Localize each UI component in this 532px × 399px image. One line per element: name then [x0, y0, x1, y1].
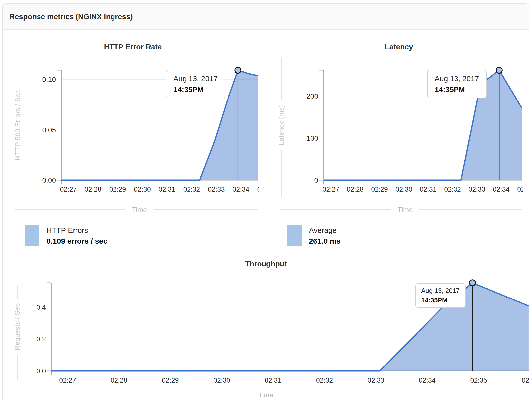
- x-tick-label: 02:29: [162, 377, 179, 384]
- y-tick-label: 200: [306, 92, 318, 100]
- y-tick-label: 0.00: [42, 176, 56, 184]
- x-tick-label: 02:34: [419, 377, 436, 384]
- x-axis-title: Time: [132, 206, 147, 214]
- x-axis-title: Time: [397, 206, 413, 214]
- chart-title-throughput: Throughput: [0, 260, 532, 268]
- x-tick-label: 02:27: [59, 377, 76, 384]
- x-tick-label: 02:29: [371, 186, 388, 193]
- y-tick-label: 0: [314, 176, 318, 184]
- y-tick-label: 0.0: [36, 367, 46, 375]
- panel-header: Response metrics (NGINX Ingress): [3, 4, 529, 30]
- legend-average: Average 261.0 ms: [287, 225, 341, 247]
- x-axis-title: Time: [258, 391, 273, 399]
- hover-marker: [235, 67, 241, 73]
- x-tick-label: 02:30: [395, 186, 412, 193]
- panel-title: Response metrics (NGINX Ingress): [9, 12, 133, 21]
- x-tick-label: 02:33: [208, 186, 225, 193]
- x-tick-label: 02:30: [134, 186, 151, 193]
- y-tick-label: 0.2: [36, 335, 46, 343]
- x-tick-label: 02:35: [470, 377, 487, 384]
- x-tick-label: 02:33: [468, 186, 485, 193]
- x-tick-label: 02:36: [522, 377, 532, 384]
- y-axis-title: Requests / Sec: [13, 303, 21, 351]
- y-axis-title: Latency (ms): [277, 105, 285, 145]
- x-tick-label: 02:29: [109, 186, 126, 193]
- x-tick-label: 02:30: [213, 377, 230, 384]
- tooltip-date: Aug 13, 2017: [435, 74, 479, 83]
- tooltip-time: 14:35PM: [173, 85, 218, 94]
- x-tick-label: 02:27: [322, 186, 339, 193]
- x-tick-label: 02:34: [493, 186, 510, 193]
- area-fill: [324, 70, 522, 180]
- y-tick-label: 0.4: [36, 303, 46, 311]
- tooltip-http-error-rate: Aug 13, 2017 14:35PM: [166, 70, 225, 98]
- dashboard-page: { "panel": { "title": "Response metrics …: [0, 0, 532, 399]
- x-tick-label: 02:35: [517, 186, 532, 193]
- tooltip-time: 14:35PM: [421, 297, 460, 304]
- chart-title-http-error-rate: HTTP Error Rate: [0, 43, 266, 51]
- x-tick-label: 02:31: [420, 186, 437, 193]
- x-tick-label: 02:31: [158, 186, 175, 193]
- x-tick-label: 02:28: [111, 377, 127, 384]
- x-tick-label: 02:32: [183, 186, 200, 193]
- tooltip-throughput: Aug 13, 2017 14:35PM: [415, 283, 466, 308]
- legend-http-errors: HTTP Errors 0.109 errors / sec: [25, 225, 107, 247]
- legend-swatch: [287, 225, 302, 246]
- x-tick-label: 02:32: [444, 186, 461, 193]
- http-error-rate-chart[interactable]: 02:2702:2802:2902:3002:3102:3202:3302:34…: [0, 32, 266, 223]
- x-tick-label: 02:32: [316, 377, 333, 384]
- tooltip-date: Aug 13, 2017: [421, 287, 460, 295]
- y-tick-label: 100: [306, 134, 318, 142]
- y-axis-title: HTTP 500 Errors / Sec: [14, 90, 22, 160]
- legend-swatch: [25, 225, 39, 246]
- x-tick-label: 02:28: [85, 186, 102, 193]
- hover-marker: [496, 67, 502, 73]
- chart-title-latency: Latency: [266, 43, 532, 51]
- x-tick-label: 02:33: [368, 377, 384, 384]
- legend-label: Average: [309, 225, 341, 236]
- y-tick-label: 0.10: [42, 76, 56, 83]
- x-tick-label: 02:28: [347, 186, 364, 193]
- tooltip-time: 14:35PM: [435, 85, 479, 94]
- tooltip-latency: Aug 13, 2017 14:35PM: [427, 70, 487, 98]
- area-fill: [61, 70, 258, 180]
- x-tick-label: 02:27: [60, 186, 77, 193]
- legend-label: HTTP Errors: [46, 225, 107, 236]
- latency-chart[interactable]: 02:2702:2802:2902:3002:3102:3202:3302:34…: [266, 32, 532, 223]
- x-tick-label: 02:35: [257, 186, 266, 193]
- hover-marker: [469, 280, 475, 286]
- y-tick-label: 0.05: [42, 126, 56, 134]
- x-tick-label: 02:31: [265, 377, 282, 384]
- tooltip-date: Aug 13, 2017: [173, 74, 218, 83]
- legend-value: 0.109 errors / sec: [46, 236, 107, 247]
- x-tick-label: 02:34: [232, 186, 249, 193]
- legend-value: 261.0 ms: [309, 236, 341, 247]
